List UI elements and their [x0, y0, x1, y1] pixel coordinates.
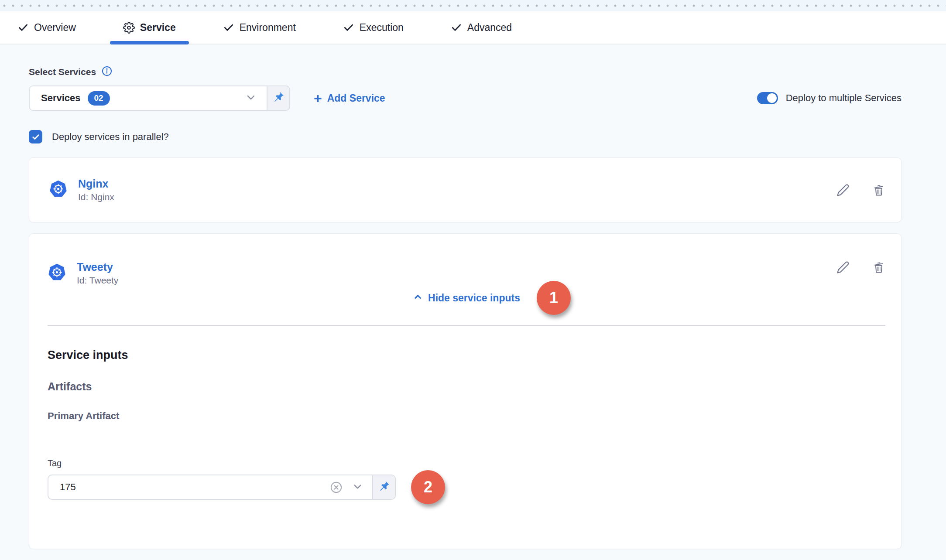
deploy-multiple-services-label: Deploy to multiple Services: [786, 92, 901, 104]
service-card-tweety: Tweety Id: Tweety: [29, 233, 901, 549]
tab-label: Advanced: [467, 22, 512, 34]
pipeline-canvas-dotted-strip: [0, 0, 946, 11]
kubernetes-icon: [49, 180, 68, 200]
service-name-link[interactable]: Tweety: [77, 261, 118, 273]
tab-advanced[interactable]: Advanced: [438, 11, 525, 44]
services-multiselect-dropdown[interactable]: Services 02: [29, 85, 290, 111]
plus-icon: +: [314, 91, 322, 105]
services-count-badge: 02: [88, 91, 110, 106]
info-icon[interactable]: [101, 65, 113, 79]
tag-field-control: [48, 475, 396, 500]
tab-label: Execution: [360, 22, 404, 34]
tab-label: Service: [140, 22, 176, 34]
pin-button[interactable]: [372, 475, 395, 499]
pin-button[interactable]: [267, 86, 289, 110]
tab-label: Overview: [34, 22, 76, 34]
check-icon: [17, 22, 29, 33]
check-icon: [223, 22, 234, 33]
pin-icon: [377, 480, 391, 495]
add-service-button[interactable]: + Add Service: [314, 91, 385, 105]
primary-artifact-heading: Primary Artifact: [48, 410, 885, 422]
edit-icon[interactable]: [836, 261, 850, 274]
tab-overview[interactable]: Overview: [4, 11, 89, 44]
deploy-parallel-checkbox[interactable]: [29, 130, 42, 143]
hide-service-inputs-label: Hide service inputs: [428, 292, 520, 304]
select-services-label: Select Services: [29, 67, 96, 77]
gear-icon: [123, 22, 135, 34]
annotation-badge-1: 1: [537, 281, 571, 315]
edit-icon[interactable]: [836, 184, 850, 197]
tab-label: Environment: [240, 22, 296, 34]
chevron-down-icon[interactable]: [352, 481, 363, 494]
service-card-nginx: Nginx Id: Nginx: [29, 157, 901, 222]
service-id-label: Id: Tweety: [77, 275, 118, 286]
service-id-label: Id: Nginx: [78, 192, 114, 202]
tab-service[interactable]: Service: [110, 11, 189, 44]
chevron-down-icon: [245, 91, 257, 105]
toggle-knob: [767, 93, 777, 103]
tab-execution[interactable]: Execution: [330, 11, 417, 44]
tab-environment[interactable]: Environment: [210, 11, 309, 44]
pin-icon: [272, 91, 285, 106]
kubernetes-icon: [48, 263, 66, 283]
chevron-up-icon: [413, 292, 423, 304]
tag-input[interactable]: [52, 481, 321, 493]
stage-tabbar: Overview Service Environment Execution A: [0, 11, 946, 44]
trash-icon[interactable]: [872, 184, 885, 197]
annotation-badge-2: 2: [411, 470, 445, 504]
deploy-parallel-label: Deploy services in parallel?: [52, 131, 169, 143]
services-dropdown-value: Services: [41, 92, 81, 104]
page: Overview Service Environment Execution A: [0, 0, 946, 560]
services-dropdown-field[interactable]: Services 02: [30, 86, 267, 110]
check-icon: [451, 22, 462, 33]
hide-service-inputs-link[interactable]: Hide service inputs: [413, 292, 520, 304]
add-service-label: Add Service: [327, 92, 385, 104]
artifacts-heading: Artifacts: [48, 380, 885, 393]
deploy-multiple-services-toggle[interactable]: [757, 92, 778, 104]
trash-icon[interactable]: [872, 261, 885, 274]
check-icon: [343, 22, 354, 33]
clear-circle-icon[interactable]: [329, 481, 343, 494]
service-tab-panel: Select Services Services 02: [0, 44, 946, 560]
divider: [48, 325, 885, 326]
service-inputs-title: Service inputs: [48, 348, 885, 362]
tag-field-label: Tag: [48, 458, 885, 468]
service-name-link[interactable]: Nginx: [78, 178, 114, 190]
